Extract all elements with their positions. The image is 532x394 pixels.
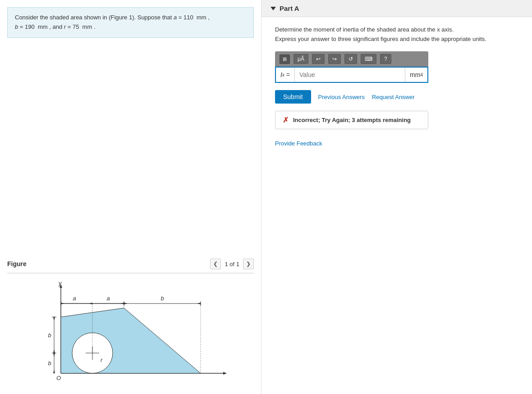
figure-divider <box>7 273 254 273</box>
svg-marker-21 <box>197 303 201 304</box>
svg-marker-30 <box>53 353 55 357</box>
svg-marker-31 <box>53 370 55 373</box>
provide-feedback-link[interactable]: Provide Feedback <box>275 140 322 147</box>
svg-text:r: r <box>101 357 103 363</box>
answer-toolbar: ⊞ μÅ ↩ ↪ ↺ ⌨ ? <box>275 51 428 67</box>
toolbar-redo-button[interactable]: ↪ <box>328 54 341 64</box>
toolbar-undo-button[interactable]: ↩ <box>312 54 325 64</box>
svg-text:b: b <box>48 332 51 339</box>
answer-exp: 4 <box>420 72 423 77</box>
answer-value-input[interactable] <box>295 68 405 82</box>
question-text-1: Determine the moment of inertia of the s… <box>275 26 518 33</box>
part-toggle-icon[interactable] <box>271 7 276 10</box>
toolbar-keyboard-button[interactable]: ⌨ <box>361 54 376 64</box>
svg-marker-27 <box>53 349 55 353</box>
question-text-2: Express your answer to three significant… <box>275 36 518 42</box>
svg-text:y: y <box>58 280 62 286</box>
submit-button[interactable]: Submit <box>275 90 311 104</box>
toolbar-mu-button[interactable]: μÅ <box>294 54 308 64</box>
keyboard-icon: ⌨ <box>365 56 372 62</box>
figure-title: Figure <box>7 260 27 267</box>
svg-marker-11 <box>61 303 64 304</box>
svg-text:a: a <box>73 295 76 302</box>
toolbar-refresh-button[interactable]: ↺ <box>344 54 357 64</box>
request-answer-link[interactable]: Request Answer <box>372 94 415 100</box>
answer-input-row: Ix = mm4 <box>275 67 428 83</box>
svg-text:O: O <box>56 375 61 381</box>
undo-icon: ↩ <box>316 56 321 62</box>
answer-label: Ix = <box>276 68 295 82</box>
matrix-icon: ⊞ <box>283 56 287 62</box>
error-message: Incorrect; Try Again; 3 attempts remaini… <box>293 117 411 123</box>
svg-marker-12 <box>89 303 92 304</box>
mu-label: μÅ <box>298 56 304 62</box>
svg-text:b: b <box>48 360 51 367</box>
toolbar-help-button[interactable]: ? <box>380 54 391 64</box>
answer-units: mm4 <box>405 68 427 82</box>
svg-marker-20 <box>124 303 128 304</box>
svg-text:x: x <box>227 370 228 377</box>
svg-text:a: a <box>106 295 110 302</box>
part-label: Part A <box>280 5 299 12</box>
svg-text:b: b <box>161 295 164 302</box>
part-content: Determine the moment of inertia of the s… <box>261 17 532 156</box>
figure-section: Figure ❮ 1 of 1 ❯ <box>7 251 254 387</box>
diagram-svg: a a b <box>34 279 228 387</box>
left-panel: Consider the shaded area shown in (Figur… <box>0 0 261 394</box>
svg-marker-26 <box>53 317 55 321</box>
figure-header: Figure ❮ 1 of 1 ❯ <box>7 258 254 269</box>
help-icon: ? <box>384 56 387 62</box>
problem-text: Consider the shaded area shown in (Figur… <box>15 14 210 30</box>
svg-marker-15 <box>120 303 124 304</box>
problem-statement: Consider the shaded area shown in (Figur… <box>7 7 254 38</box>
figure-diagram: a a b <box>34 279 228 387</box>
figure-nav-next[interactable]: ❯ <box>243 258 254 269</box>
svg-marker-1 <box>223 372 227 375</box>
refresh-icon: ↺ <box>349 56 353 62</box>
figure-nav-count: 1 of 1 <box>225 261 239 267</box>
toolbar-matrix-button[interactable]: ⊞ <box>280 54 290 64</box>
right-panel: Part A Determine the moment of inertia o… <box>261 0 532 394</box>
submit-row: Submit Previous Answers Request Answer <box>275 90 518 104</box>
part-header: Part A <box>261 0 532 17</box>
figure-nav: ❮ 1 of 1 ❯ <box>210 258 254 269</box>
previous-answers-link[interactable]: Previous Answers <box>318 94 365 100</box>
redo-icon: ↪ <box>332 56 337 62</box>
error-icon: ✗ <box>283 116 289 124</box>
figure-nav-prev[interactable]: ❮ <box>210 258 221 269</box>
error-box: ✗ Incorrect; Try Again; 3 attempts remai… <box>275 111 428 129</box>
